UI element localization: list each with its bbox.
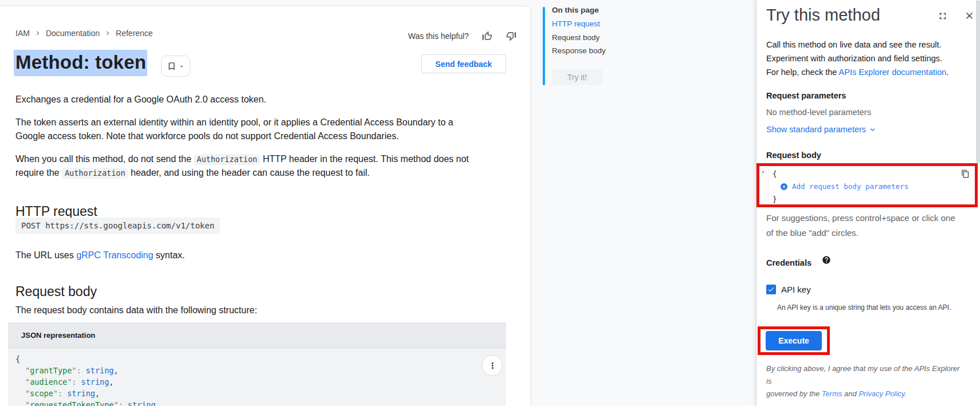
no-parameters-text: No method-level parameters [766, 108, 871, 117]
request-body-editor[interactable]: { Add request body parameters } [769, 166, 975, 204]
breadcrumb: IAM Documentation Reference [15, 29, 153, 38]
paragraph-exchanges: Exchanges a credential for a Google OAut… [15, 93, 481, 107]
api-key-label: API key [781, 285, 811, 294]
annotation-box-execute: Execute [758, 326, 830, 355]
toc-item-http-request[interactable]: HTTP request [552, 19, 600, 28]
chevron-down-icon [868, 125, 877, 134]
json-type-link[interactable]: string [67, 389, 95, 398]
privacy-policy-link[interactable]: Privacy Policy [859, 389, 904, 398]
api-key-description: An API key is a unique string that lets … [777, 303, 951, 312]
editor-close-brace: } [773, 193, 975, 206]
chevron-right-icon [104, 29, 112, 37]
inline-code-authorization: Authorization [62, 168, 128, 179]
grpc-transcoding-link[interactable]: gRPC Transcoding [76, 250, 153, 260]
inline-code-authorization: Authorization [194, 154, 260, 165]
fullscreen-icon [938, 11, 948, 21]
json-field-row: requestedTokenTypestring [15, 399, 506, 406]
disclaimer-line: By clicking above, I agree that my use o… [766, 362, 964, 388]
json-type-link[interactable]: string [86, 366, 114, 375]
request-parameters-heading: Request parameters [766, 91, 846, 100]
fullscreen-button[interactable] [938, 11, 948, 21]
send-feedback-button[interactable]: Send feedback [421, 54, 506, 73]
json-field-row: scopestring [15, 388, 506, 399]
url-note: The URL uses gRPC Transcoding syntax. [15, 249, 481, 262]
panel-request-body-heading: Request body [766, 151, 821, 160]
http-request-code: POST https://sts.googleapis.com/v1/token [15, 218, 220, 234]
show-standard-parameters-link[interactable]: Show standard parameters [766, 125, 877, 134]
thumb-down-icon [505, 30, 517, 42]
thumb-up-icon [481, 30, 493, 42]
bookmark-button[interactable] [161, 56, 190, 77]
json-field-row: audiencestring [15, 376, 506, 388]
toc-item-request-body[interactable]: Request body [552, 33, 599, 42]
panel-intro-line: Experiment with authorization and field … [766, 52, 958, 65]
page-title: Method: token [14, 50, 147, 76]
json-type-link[interactable]: string [81, 377, 109, 387]
close-button[interactable] [964, 10, 975, 21]
annotation-box-request-body: ▼ { Add request body parameters } [756, 163, 978, 207]
json-field-row: grantTypestring [15, 365, 506, 376]
bookmark-icon [167, 61, 177, 71]
add-request-body-parameters-link[interactable]: Add request body parameters [773, 180, 975, 193]
close-icon [964, 10, 975, 21]
more-vert-icon [488, 361, 497, 370]
arrow-drop-down-icon [178, 63, 185, 70]
was-this-helpful: Was this helpful? [408, 30, 517, 42]
json-open-brace: { [15, 353, 506, 365]
help-icon [822, 255, 831, 265]
credentials-help-button[interactable] [822, 255, 831, 265]
disclaimer-line: governed by the Terms and Privacy Policy… [766, 388, 964, 400]
try-it-button[interactable]: Try it! [552, 69, 602, 85]
editor-open-brace: { [773, 168, 975, 180]
request-body-intro: The request body contains data with the … [15, 303, 481, 317]
collapse-triangle-icon: ▼ [761, 170, 765, 174]
panel-intro: Call this method on live data and see th… [766, 38, 958, 79]
request-body-heading: Request body [15, 284, 97, 299]
breadcrumb-item-iam[interactable]: IAM [15, 29, 30, 38]
json-representation-header[interactable]: JSON representation [8, 322, 506, 348]
json-code-block: { grantTypestring audiencestring scopest… [8, 348, 506, 406]
toc-item-response-body[interactable]: Response body [552, 46, 606, 55]
disclaimer: By clicking above, I agree that my use o… [766, 362, 964, 400]
panel-scrollbar-thumb[interactable] [976, 0, 980, 163]
panel-intro-line: Call this method on live data and see th… [766, 38, 958, 52]
was-this-helpful-label: Was this helpful? [408, 31, 469, 41]
thumbs-down-button[interactable] [505, 30, 517, 42]
paragraph-token-asserts: The token asserts an external identity w… [15, 116, 481, 143]
credentials-heading: Credentials [766, 258, 812, 267]
suggestion-note: For suggestions, press control+space or … [766, 211, 964, 241]
copy-button[interactable] [961, 170, 970, 178]
json-representation-box: JSON representation { grantTypestring au… [8, 322, 506, 406]
copy-icon [961, 170, 970, 178]
code-overflow-menu-button[interactable] [482, 355, 503, 376]
chevron-right-icon [34, 29, 42, 37]
terms-link[interactable]: Terms [822, 389, 842, 398]
breadcrumb-item-documentation[interactable]: Documentation [46, 29, 100, 38]
panel-intro-line: For help, check the APIs Explorer docume… [766, 65, 958, 79]
editor-gutter: ▼ [759, 166, 769, 204]
api-key-checkbox[interactable] [766, 285, 776, 294]
on-this-page-title: On this page [552, 6, 599, 14]
add-circle-icon [780, 183, 788, 191]
panel-title: Try this method [766, 6, 880, 25]
thumbs-up-button[interactable] [481, 30, 493, 42]
toc-active-bar [543, 7, 545, 85]
apis-explorer-documentation-link[interactable]: APIs Explorer documentation [839, 68, 947, 77]
json-type-link[interactable]: string [128, 400, 156, 406]
execute-button[interactable]: Execute [766, 331, 822, 350]
check-icon [767, 286, 775, 293]
breadcrumb-item-reference[interactable]: Reference [116, 29, 153, 38]
paragraph-authorization: When you call this method, do not send t… [15, 152, 481, 180]
